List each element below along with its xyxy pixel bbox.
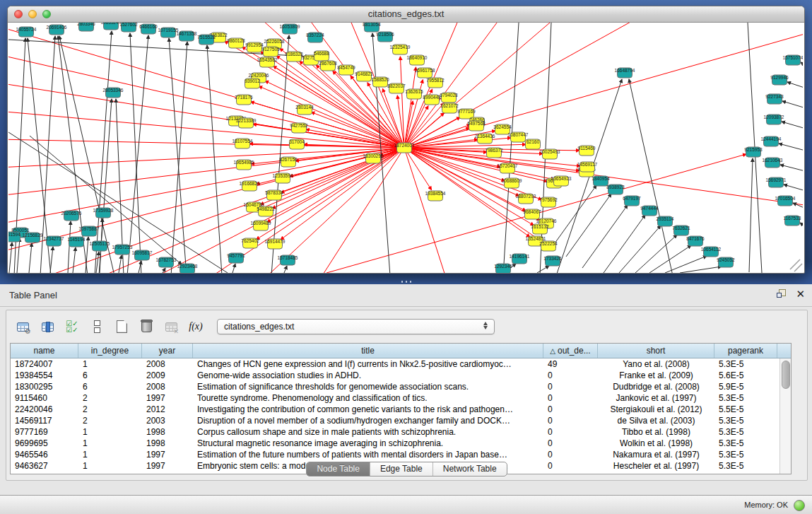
graph-node[interactable]: 2803346 [77,23,95,31]
table-cell[interactable]: 2 [78,404,142,415]
graph-node[interactable]: 9146821 [355,71,373,81]
table-row[interactable]: 2242004622012Investigating the contribut… [11,404,791,415]
table-cell[interactable]: 2008 [142,381,193,392]
graph-node[interactable]: 1167533 [784,216,801,226]
graph-node[interactable]: 16099489 [251,221,271,230]
graph-node[interactable]: 12353594 [273,173,293,183]
graph-node[interactable]: 7515528 [197,35,216,45]
graph-node[interactable]: 10719155 [158,28,179,37]
graph-node[interactable]: 14055724 [16,27,37,37]
table-cell[interactable]: 9465546 [11,449,78,460]
graph-node[interactable]: 12325419 [390,45,411,54]
graph-node[interactable]: 18807293 [516,194,536,204]
graph-node[interactable]: 9215953 [744,147,763,157]
graph-node[interactable]: 18107554 [233,139,253,148]
table-row[interactable]: 969969511998Structural magnetic resonanc… [11,438,791,449]
table-cell[interactable]: Yano et al. (2008) [598,358,714,370]
graph-node[interactable]: 1527602 [119,23,138,32]
graph-node[interactable]: 12342737 [44,236,64,246]
table-cell[interactable]: 14569117 [11,415,78,426]
graph-node[interactable]: 12213389 [236,118,257,128]
graph-node[interactable]: 13654923 [551,176,572,186]
table-row[interactable]: 1830029562008Estimation of significance … [11,381,791,392]
graph-node[interactable]: 1621072 [440,103,459,113]
graph-node[interactable]: 8471676 [686,236,705,246]
table-cell[interactable]: 0 [543,438,598,449]
table-cell[interactable]: 5.9E-5 [714,381,777,392]
table-dropdown[interactable]: citations_edges.txt [217,319,495,334]
table-cell[interactable]: 1 [78,358,142,370]
graph-node[interactable]: 9129946 [770,75,789,85]
graph-node[interactable]: 6794028 [440,93,458,103]
graph-node[interactable]: 546688 [314,51,329,61]
table-settings-button[interactable]: ⚙ [13,317,32,336]
graph-node[interactable]: 8990448 [423,95,441,105]
graph-node[interactable]: 9218506 [376,32,394,42]
graph-node[interactable]: 8454749 [337,65,355,75]
table-cell[interactable]: 9699695 [11,438,78,449]
tab-edge-table[interactable]: Edge Table [370,462,433,476]
table-cell[interactable]: 6 [78,381,142,392]
table-cell[interactable]: 2 [78,392,142,404]
graph-node[interactable]: 17359928 [93,208,114,218]
table-cell[interactable]: 5.6E-5 [714,370,777,381]
table-cell[interactable]: Estimation of significance thresholds fo… [193,381,543,392]
graph-node[interactable]: 331594 [8,232,20,242]
graph-node[interactable]: 15720407 [498,163,518,173]
graph-node[interactable]: 12923468 [177,264,198,273]
canvas-resize-grip[interactable] [790,259,802,271]
table-row[interactable]: 1872400712008Changes of HCN gene express… [11,358,791,370]
table-cell[interactable]: 2 [78,415,142,426]
table-cell[interactable]: Tourette syndrome. Phenomenology and cla… [193,392,543,404]
graph-node[interactable]: 9860128 [227,38,245,48]
table-cell[interactable]: Genome-wide association studies in ADHD. [193,370,543,381]
graph-node[interactable]: 7975692 [539,197,558,207]
table-cell[interactable]: 19384554 [11,370,78,381]
table-cell[interactable]: 1 [78,449,142,460]
table-cell[interactable]: Stergiakouli et al. (2012) [598,404,714,415]
table-row[interactable]: 1938455462009Genome-wide association stu… [11,370,791,381]
table-cell[interactable]: Disruption of a novel member of a sodium… [193,415,543,426]
new-table-button[interactable] [112,317,131,336]
graph-node[interactable]: 16914479 [265,239,286,249]
graph-node[interactable]: 16053809 [280,24,300,34]
table-cell[interactable]: 22420046 [11,404,78,415]
graph-node[interactable]: 9912954 [245,42,264,52]
network-window-titlebar[interactable]: citations_edges.txt [8,6,804,23]
table-cell[interactable]: 0 [543,449,598,460]
table-cell[interactable]: 2012 [142,404,193,415]
graph-node[interactable]: 2867608 [319,61,337,71]
graph-node[interactable]: 5878334 [265,190,283,200]
graph-node[interactable]: 10025493 [540,149,560,159]
graph-node[interactable]: 12444194 [761,136,782,146]
table-cell[interactable]: 1 [78,438,142,449]
graph-node[interactable]: 7632621 [672,226,690,235]
tab-network-table[interactable]: Network Table [433,462,507,476]
graph-node[interactable]: 939012 [245,78,260,88]
column-header-in_degree[interactable]: in_degree [78,344,142,358]
show-column-button[interactable] [38,317,57,336]
graph-node[interactable]: 6497568 [467,121,486,131]
table-scrollbar-thumb[interactable] [782,361,790,389]
table-cell[interactable]: 5.3E-5 [714,426,777,438]
column-header-short[interactable]: short [598,344,714,358]
graph-node[interactable]: 7986372 [485,148,503,158]
graph-node[interactable]: 18300295 [363,153,384,163]
graph-node[interactable]: 16543582 [257,57,278,67]
graph-node[interactable]: 1588520 [371,77,389,87]
table-row[interactable]: 946554611997Estimation of the future num… [11,449,791,460]
graph-node[interactable]: 1362615 [405,89,423,99]
table-cell[interactable]: 0 [543,381,598,392]
graph-node[interactable]: 18724007 [394,143,415,153]
table-cell[interactable]: 9115460 [11,392,78,404]
function-builder-button[interactable]: f(x) [187,317,205,336]
table-cell[interactable]: 2008 [142,358,193,370]
table-cell[interactable]: 0 [543,370,598,381]
table-cell[interactable]: 18724007 [11,358,78,370]
table-cell[interactable]: Investigating the contribution of common… [193,404,543,415]
table-cell[interactable]: 18300295 [11,381,78,392]
graph-node[interactable]: 1615132 [531,224,549,234]
graph-node[interactable]: 8813054 [363,23,381,32]
column-header-year[interactable]: year [142,344,193,358]
graph-node[interactable]: 18640910 [407,55,428,65]
